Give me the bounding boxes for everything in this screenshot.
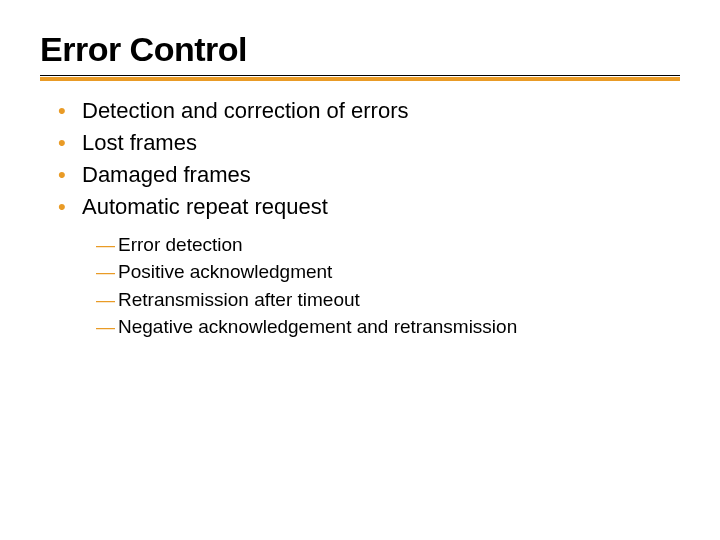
slide-title: Error Control (40, 30, 680, 75)
bullet-list: Detection and correction of errors Lost … (40, 95, 680, 223)
sub-item: Error detection (96, 231, 680, 259)
title-rule (40, 75, 680, 76)
bullet-item: Detection and correction of errors (62, 95, 680, 127)
sub-item: Positive acknowledgment (96, 258, 680, 286)
sub-item: Retransmission after timeout (96, 286, 680, 314)
bullet-item: Automatic repeat request (62, 191, 680, 223)
bullet-item: Lost frames (62, 127, 680, 159)
sub-list: Error detection Positive acknowledgment … (40, 231, 680, 341)
title-accent (40, 77, 680, 81)
bullet-item: Damaged frames (62, 159, 680, 191)
sub-item: Negative acknowledgement and retransmiss… (96, 313, 680, 341)
